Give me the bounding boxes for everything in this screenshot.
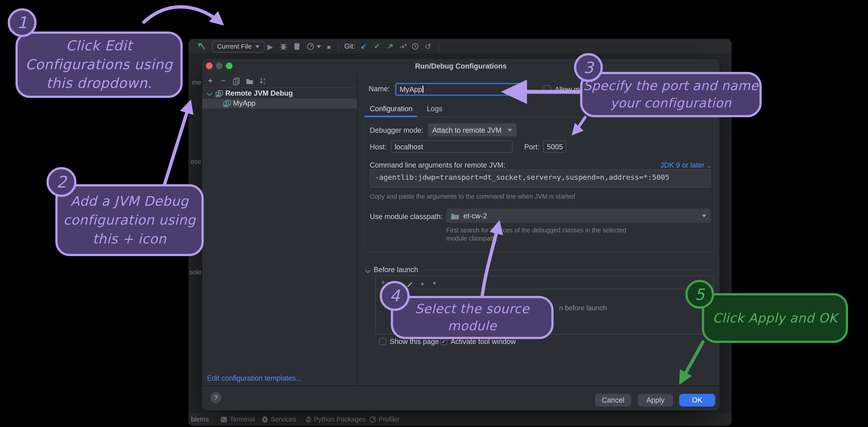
run-with-coverage-button[interactable]	[293, 42, 302, 51]
annotation-text: Configurations using	[26, 55, 173, 74]
ide-main-toolbar: Current File ▶ ■ Git: ↙ ✓ ↗	[189, 39, 731, 55]
edit-configuration-templates-link[interactable]: Edit configuration templates...	[207, 374, 302, 382]
run-config-icon	[223, 100, 231, 107]
text-caret	[423, 86, 424, 93]
statusbar-profiler[interactable]: Profiler	[379, 416, 400, 423]
before-launch-rule	[419, 270, 714, 270]
port-label: Port:	[524, 143, 539, 151]
history-clock-icon[interactable]	[411, 43, 419, 51]
host-input[interactable]: localhost	[391, 140, 513, 153]
annotation-step4-box: Select the source module	[391, 296, 554, 339]
annotation-step2-badge: 2	[46, 167, 76, 197]
allow-multiple-label: Allow mu	[555, 85, 584, 93]
annotation-step3-box: Specify the port and name your configura…	[580, 72, 762, 117]
tree-item-remote-jvm-debug[interactable]: Remote JVM Debug	[202, 89, 357, 99]
jdk-version-link[interactable]: JDK 9 or later ⌄	[660, 161, 711, 169]
rollback-icon[interactable]: ↺	[424, 42, 432, 51]
git-push-icon[interactable]: ↗	[386, 42, 395, 51]
command-line-hint: Copy and paste the arguments to the comm…	[370, 193, 575, 200]
before-launch-collapse-chevron-icon[interactable]	[365, 267, 371, 273]
name-input[interactable]: MyApp	[395, 83, 523, 96]
chevron-down-icon	[507, 129, 512, 131]
move-task-up-button[interactable]: ▲	[419, 279, 426, 288]
profiler-icon[interactable]	[369, 416, 376, 423]
annotation-text: Click Edit	[66, 36, 132, 55]
move-task-down-button[interactable]: ▼	[431, 279, 438, 288]
tree-expand-chevron-icon[interactable]	[207, 91, 212, 96]
annotation-step5-badge: 5	[685, 280, 714, 309]
host-label: Host:	[370, 143, 387, 151]
help-button[interactable]: ?	[210, 392, 221, 403]
run-configuration-selector[interactable]: Current File	[212, 41, 265, 53]
dialog-footer-separator	[202, 386, 720, 386]
statusbar-terminal[interactable]: Terminal	[230, 416, 255, 423]
sort-configurations-button[interactable]: az	[259, 77, 267, 85]
annotation-step1-badge: 1	[8, 8, 37, 37]
annotation-number: 5	[695, 285, 705, 303]
command-line-arguments-box[interactable]: -agentlib:jdwp=transport=dt_socket,serve…	[370, 169, 711, 188]
copy-configuration-button[interactable]	[232, 77, 240, 85]
debugger-mode-select[interactable]: Attach to remote JVM	[428, 123, 517, 137]
python-packages-icon[interactable]	[305, 416, 312, 423]
annotation-step4-badge: 4	[380, 281, 410, 311]
tree-item-label: Remote JVM Debug	[225, 89, 293, 97]
module-classpath-hint-line2: module classpath.	[446, 235, 498, 242]
tree-item-myapp[interactable]: MyApp	[202, 99, 357, 108]
arrow-to-add-icon	[164, 103, 190, 185]
command-line-arguments-value: -agentlib:jdwp=transport=dt_socket,serve…	[375, 173, 669, 181]
before-launch-label: Before launch	[374, 265, 418, 274]
module-classpath-value: et-cw-2	[463, 211, 698, 220]
annotation-text: this dropdown.	[46, 74, 152, 93]
toolbar-separator	[438, 43, 439, 52]
annotation-step3-badge: 3	[574, 53, 603, 82]
annotation-text: configuration using	[63, 211, 196, 230]
background-text-fragment: ose	[190, 158, 201, 165]
jdk-version-link-label: JDK 9 or later	[660, 161, 704, 169]
add-configuration-button[interactable]: +	[207, 76, 214, 85]
module-classpath-select[interactable]: et-cw-2	[446, 209, 711, 223]
tab-configuration[interactable]: Configuration	[370, 104, 413, 113]
dialog-title: Run/Debug Configurations	[202, 62, 720, 70]
allow-multiple-checkbox[interactable]	[544, 85, 551, 92]
ide-status-bar: blems Terminal Services Python Packages …	[189, 412, 731, 426]
apply-button-label: Apply	[646, 396, 664, 404]
statusbar-problems[interactable]: blems	[191, 416, 209, 423]
new-folder-button[interactable]	[246, 77, 254, 85]
remove-configuration-button[interactable]: −	[219, 76, 227, 85]
stop-button[interactable]: ■	[325, 43, 333, 52]
profile-options-chevron-icon[interactable]	[317, 45, 321, 48]
git-label: Git:	[344, 43, 355, 51]
show-this-page-checkbox[interactable]	[379, 338, 386, 345]
cancel-button[interactable]: Cancel	[595, 394, 631, 406]
name-label: Name:	[369, 85, 390, 93]
debug-button[interactable]	[279, 42, 288, 51]
arrow-to-config-dropdown	[144, 7, 221, 23]
git-commit-icon[interactable]: ✓	[372, 42, 381, 51]
svg-text:a: a	[264, 77, 266, 81]
annotation-number: 1	[17, 13, 27, 32]
services-icon[interactable]	[261, 416, 268, 423]
terminal-icon[interactable]	[220, 416, 227, 423]
ide-logo-arrow-icon	[197, 42, 206, 51]
tab-logs[interactable]: Logs	[427, 104, 442, 113]
statusbar-python-packages[interactable]: Python Packages	[314, 416, 366, 423]
annotation-number: 3	[584, 58, 593, 76]
debugger-mode-label: Debugger mode:	[370, 126, 423, 134]
sidebar-toolbar-separator	[202, 88, 357, 88]
active-tab-underline	[364, 116, 417, 117]
git-update-icon[interactable]: ↙	[360, 42, 368, 51]
background-text-fragment: me	[192, 78, 202, 86]
screenshot-stage: Current File ▶ ■ Git: ↙ ✓ ↗	[0, 0, 868, 427]
name-input-value: MyApp	[400, 85, 422, 93]
apply-button[interactable]: Apply	[638, 394, 673, 406]
ok-button[interactable]: OK	[679, 394, 715, 406]
profile-button[interactable]	[306, 42, 315, 51]
configurations-sidebar: + − az Remote JVM Debug	[202, 74, 358, 386]
annotation-text: Select the source	[415, 300, 529, 317]
run-button[interactable]: ▶	[266, 43, 275, 52]
port-input[interactable]: 5005	[543, 140, 566, 153]
statusbar-services[interactable]: Services	[271, 416, 296, 423]
edit-task-button[interactable]	[406, 280, 413, 287]
git-cherry-pick-icon[interactable]	[399, 43, 407, 51]
annotation-text: module	[447, 318, 497, 335]
